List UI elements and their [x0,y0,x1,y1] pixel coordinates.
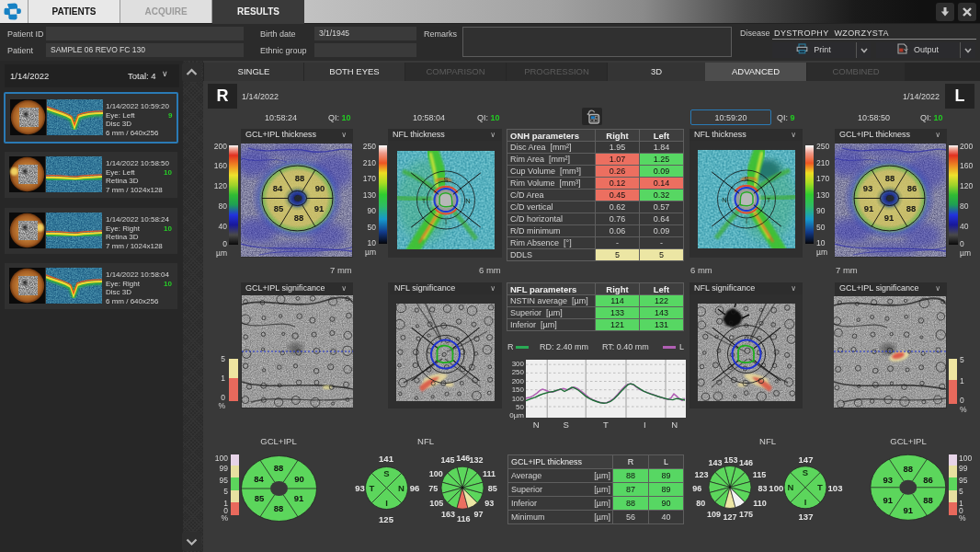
svg-text:83: 83 [758,484,767,493]
svg-text:S: S [443,175,448,183]
svg-text:103: 103 [828,483,843,493]
svg-text:88: 88 [906,203,917,213]
svg-text:85: 85 [255,493,265,503]
svg-text:T: T [817,482,823,492]
svg-text:97: 97 [473,510,483,519]
svg-text:93: 93 [863,183,873,193]
svg-text:88: 88 [274,503,284,513]
svg-text:111: 111 [483,469,496,478]
svg-text:I: I [445,217,447,225]
svg-text:80: 80 [696,499,705,508]
svg-text:88: 88 [295,173,305,183]
svg-text:85: 85 [274,203,284,213]
svg-text:91: 91 [883,495,894,505]
svg-text:N: N [722,195,726,203]
svg-text:93: 93 [355,483,365,493]
svg-text:109: 109 [707,510,721,519]
svg-text:116: 116 [457,514,471,523]
svg-text:88: 88 [274,463,284,473]
svg-text:137: 137 [799,512,814,522]
svg-text:86: 86 [907,183,917,193]
svg-text:91: 91 [884,213,895,223]
svg-text:S: S [803,467,808,477]
svg-text:90: 90 [294,474,304,484]
svg-text:105: 105 [429,499,443,508]
svg-text:I: I [745,216,746,224]
svg-text:T: T [766,195,770,203]
svg-text:N: N [465,196,470,204]
svg-text:146: 146 [739,458,753,467]
svg-text:I: I [385,498,388,508]
svg-text:88: 88 [904,464,914,474]
svg-text:93: 93 [484,499,494,508]
svg-text:132: 132 [469,455,483,465]
svg-text:96: 96 [410,483,420,493]
svg-text:90: 90 [315,183,325,193]
svg-text:91: 91 [904,505,914,515]
svg-text:125: 125 [379,514,394,524]
svg-text:115: 115 [753,470,767,479]
svg-text:96: 96 [692,484,701,493]
svg-text:88: 88 [294,213,304,223]
svg-text:88: 88 [923,495,933,505]
svg-text:T: T [370,483,375,493]
svg-text:127: 127 [723,512,736,522]
svg-text:T: T [422,196,427,204]
svg-text:84: 84 [273,183,283,193]
svg-text:N: N [788,482,794,492]
svg-text:S: S [744,174,748,182]
svg-text:143: 143 [709,458,723,467]
svg-text:91: 91 [314,203,325,213]
svg-text:93: 93 [883,475,894,485]
svg-text:S: S [383,468,389,478]
svg-text:N: N [398,483,405,493]
svg-text:I: I [804,497,807,507]
svg-text:153: 153 [724,455,737,465]
svg-text:163: 163 [441,510,455,519]
svg-text:75: 75 [428,484,438,493]
svg-text:88: 88 [885,173,895,183]
svg-text:146: 146 [456,454,470,463]
svg-text:91: 91 [864,203,874,213]
svg-text:84: 84 [254,474,264,484]
svg-text:91: 91 [294,493,304,503]
svg-text:110: 110 [753,499,767,508]
svg-text:147: 147 [799,454,814,465]
svg-text:123: 123 [694,470,708,479]
svg-text:86: 86 [923,475,933,485]
svg-text:100: 100 [429,469,443,478]
svg-text:141: 141 [379,454,394,464]
svg-text:145: 145 [441,455,455,465]
svg-text:175: 175 [739,510,753,519]
svg-text:85: 85 [488,484,497,493]
